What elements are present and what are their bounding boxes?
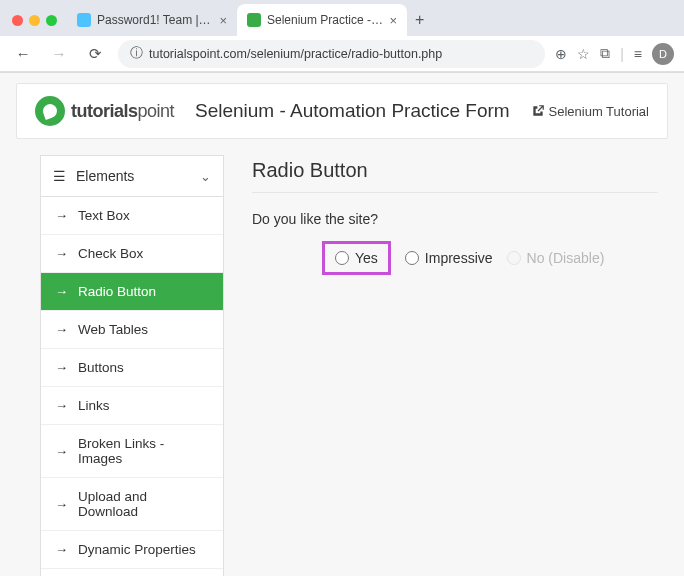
sidebar-section-label: Elements	[76, 168, 134, 184]
sidebar-item[interactable]: →Check Box	[41, 235, 223, 273]
sidebar-item-label: Web Tables	[78, 322, 148, 337]
logo-text: tutorialspoint	[71, 101, 174, 122]
browser-chrome: Password1! Team | Test Resu × Selenium P…	[0, 0, 684, 73]
radio-label: Impressive	[425, 250, 493, 266]
arrow-right-icon: →	[55, 208, 68, 223]
radio-label: Yes	[355, 250, 378, 266]
sidebar-item[interactable]: →Upload and Download	[41, 478, 223, 531]
new-tab-button[interactable]: +	[407, 11, 432, 29]
sidebar: ☰ Elements ⌄ →Text Box→Check Box→Radio B…	[40, 155, 224, 576]
url-text: tutorialspoint.com/selenium/practice/rad…	[149, 47, 442, 61]
radio-option[interactable]: Impressive	[405, 250, 493, 266]
arrow-right-icon: →	[55, 360, 68, 375]
sidebar-item-label: Check Box	[78, 246, 143, 261]
radio-input[interactable]	[405, 251, 419, 265]
sidebar-item-label: Buttons	[78, 360, 124, 375]
arrow-right-icon: →	[55, 542, 68, 557]
sidebar-item-label: Dynamic Properties	[78, 542, 196, 557]
radio-group: YesImpressiveNo (Disable)	[252, 241, 658, 275]
sidebar-items-list: →Text Box→Check Box→Radio Button→Web Tab…	[41, 197, 223, 569]
browser-tab[interactable]: Selenium Practice - Radio Bu ×	[237, 4, 407, 36]
arrow-right-icon: →	[55, 497, 68, 512]
site-logo[interactable]: tutorialspoint	[35, 96, 174, 126]
sidebar-item[interactable]: →Links	[41, 387, 223, 425]
close-window-button[interactable]	[12, 15, 23, 26]
arrow-right-icon: →	[55, 444, 68, 459]
sidebar-item-label: Text Box	[78, 208, 130, 223]
reload-button[interactable]: ⟳	[82, 45, 108, 63]
bookmark-icon[interactable]: ☆	[577, 46, 590, 62]
zoom-icon[interactable]: ⊕	[555, 46, 567, 62]
main-content: Radio Button Do you like the site? YesIm…	[242, 155, 668, 576]
sidebar-item[interactable]: →Dynamic Properties	[41, 531, 223, 569]
sidebar-item[interactable]: →Buttons	[41, 349, 223, 387]
profile-avatar[interactable]: D	[652, 43, 674, 65]
sidebar-item[interactable]: →Broken Links - Images	[41, 425, 223, 478]
radio-input	[507, 251, 521, 265]
sidebar-section-forms[interactable]: ▤ Forms ⌄	[41, 569, 223, 576]
window-controls	[12, 15, 57, 26]
chevron-down-icon: ⌄	[200, 169, 211, 184]
browser-toolbar: ← → ⟳ ⓘ tutorialspoint.com/selenium/prac…	[0, 36, 684, 72]
sidebar-item[interactable]: →Radio Button	[41, 273, 223, 311]
sidebar-item-label: Radio Button	[78, 284, 156, 299]
arrow-right-icon: →	[55, 398, 68, 413]
external-link-icon	[531, 104, 545, 118]
radio-option[interactable]: Yes	[322, 241, 391, 275]
sidebar-item-label: Upload and Download	[78, 489, 209, 519]
close-tab-icon[interactable]: ×	[389, 13, 397, 28]
close-tab-icon[interactable]: ×	[219, 13, 227, 28]
sidebar-item-label: Broken Links - Images	[78, 436, 209, 466]
radio-label: No (Disable)	[527, 250, 605, 266]
site-header: tutorialspoint Selenium - Automation Pra…	[16, 83, 668, 139]
minimize-window-button[interactable]	[29, 15, 40, 26]
favicon-icon	[77, 13, 91, 27]
back-button[interactable]: ←	[10, 45, 36, 62]
selenium-tutorial-link[interactable]: Selenium Tutorial	[531, 104, 649, 119]
address-bar[interactable]: ⓘ tutorialspoint.com/selenium/practice/r…	[118, 40, 545, 68]
tab-strip: Password1! Team | Test Resu × Selenium P…	[0, 0, 684, 36]
logo-mark-icon	[35, 96, 65, 126]
site-info-icon[interactable]: ⓘ	[130, 45, 143, 62]
arrow-right-icon: →	[55, 246, 68, 261]
radio-option: No (Disable)	[507, 250, 605, 266]
divider: |	[620, 46, 624, 62]
radio-question: Do you like the site?	[252, 211, 658, 227]
sidebar-item[interactable]: →Web Tables	[41, 311, 223, 349]
sidebar-item-label: Links	[78, 398, 110, 413]
page-viewport: tutorialspoint Selenium - Automation Pra…	[0, 73, 684, 576]
page-title: Selenium - Automation Practice Form	[192, 100, 512, 122]
reading-list-icon[interactable]: ≡	[634, 46, 642, 62]
content-heading: Radio Button	[252, 159, 658, 193]
sidebar-item[interactable]: →Text Box	[41, 197, 223, 235]
menu-icon: ☰	[53, 168, 66, 184]
forward-button[interactable]: →	[46, 45, 72, 62]
tab-title: Password1! Team | Test Resu	[97, 13, 213, 27]
extensions-icon[interactable]: ⧉	[600, 45, 610, 62]
maximize-window-button[interactable]	[46, 15, 57, 26]
arrow-right-icon: →	[55, 322, 68, 337]
sidebar-section-elements[interactable]: ☰ Elements ⌄	[41, 156, 223, 197]
radio-input[interactable]	[335, 251, 349, 265]
arrow-right-icon: →	[55, 284, 68, 299]
browser-tab[interactable]: Password1! Team | Test Resu ×	[67, 4, 237, 36]
tab-title: Selenium Practice - Radio Bu	[267, 13, 383, 27]
favicon-icon	[247, 13, 261, 27]
